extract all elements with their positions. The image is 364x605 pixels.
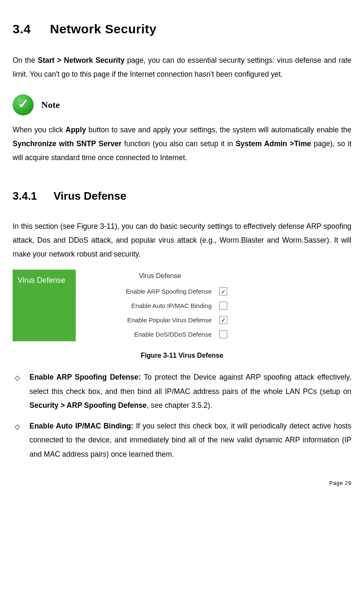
option-label: Enable Popular Virus Defense <box>93 314 212 327</box>
checkbox-dos-ddos[interactable] <box>219 330 227 338</box>
paragraph-intro: On the Start > Network Security page, yo… <box>13 54 351 82</box>
section-title: Network Security <box>50 22 157 36</box>
bullet-title: Enable Auto IP/MAC Binding: <box>29 422 136 430</box>
subsection-heading: 3.4.1 Virus Defense <box>13 186 351 206</box>
note-body: When you click Apply button to save and … <box>13 123 351 165</box>
bullet-title: Enable ARP Spoofing Defense: <box>29 373 144 381</box>
page-number: Page 29 <box>13 478 351 489</box>
checkbox-auto-binding[interactable] <box>219 302 227 310</box>
apply-label: Apply <box>66 126 86 134</box>
sync-sntp-label: Synchronize with SNTP Server <box>13 139 122 148</box>
bullet-auto-binding: ◇ Enable Auto IP/MAC Binding: If you sel… <box>13 419 351 461</box>
diamond-icon: ◇ <box>13 419 22 461</box>
option-label: Enable Auto IP/MAC Binding <box>93 300 212 312</box>
checkbox-arp-spoofing[interactable]: ✓ <box>219 287 227 295</box>
note-label: Note <box>41 96 60 114</box>
option-label: Enable DoS/DDoS Defense <box>93 329 212 341</box>
note-header: Note <box>13 94 351 115</box>
bullet-arp-spoofing: ◇ Enable ARP Spoofing Defense: To protec… <box>13 370 351 412</box>
checkmark-icon <box>13 94 34 115</box>
diamond-icon: ◇ <box>13 370 22 412</box>
nav-path: Start > Network Security <box>38 56 125 64</box>
section-heading: 3.4 Network Security <box>13 17 351 41</box>
option-label: Enable ARP Spoofing Defense <box>93 286 212 298</box>
option-row-popular-virus: Enable Popular Virus Defense ✓ <box>93 313 227 327</box>
option-row-auto-binding: Enable Auto IP/MAC Binding <box>93 299 227 313</box>
option-row-dos-ddos: Enable DoS/DDoS Defense <box>93 327 227 342</box>
virus-defense-panel: Virus Defense Enable ARP Spoofing Defens… <box>93 270 227 341</box>
figure-caption: Figure 3-11 Virus Defense <box>13 349 351 362</box>
virus-defense-sidebar-chip: Virus Defense <box>13 270 76 341</box>
checkbox-popular-virus[interactable]: ✓ <box>219 316 227 324</box>
section-number: 3.4 <box>13 17 46 41</box>
subsection-title: Virus Defense <box>53 190 126 202</box>
option-row-arp-spoofing: Enable ARP Spoofing Defense ✓ <box>93 284 227 299</box>
subsection-number: 3.4.1 <box>13 186 50 206</box>
panel-title: Virus Defense <box>93 270 227 284</box>
paragraph-virus-defense: In this section (see Figure 3-11), you c… <box>13 220 351 262</box>
system-admin-time-label: System Admin >Time <box>236 139 311 148</box>
security-path: Security > ARP Spoofing Defense <box>29 401 147 410</box>
figure-virus-defense: Virus Defense Virus Defense Enable ARP S… <box>13 270 351 341</box>
